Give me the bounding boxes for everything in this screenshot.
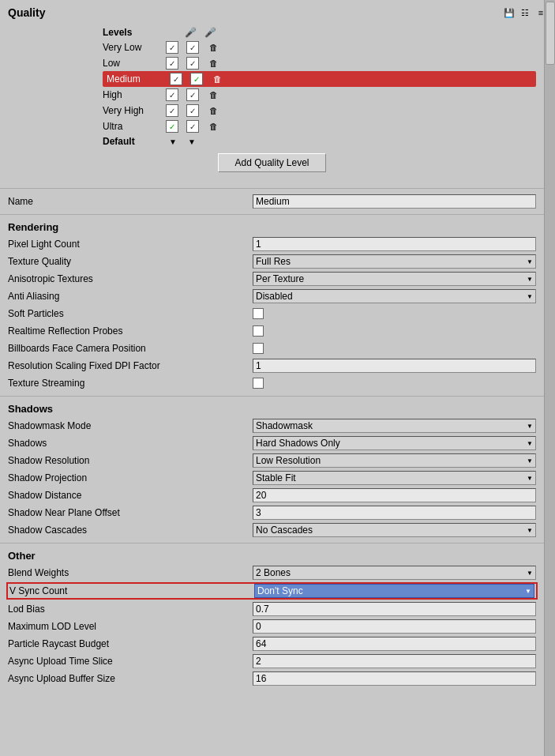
input-resolution-scaling[interactable] bbox=[253, 359, 536, 373]
dropdown-shadowmask[interactable]: Shadowmask ▼ bbox=[253, 419, 536, 433]
check1-very-low[interactable]: ✓ bbox=[166, 41, 178, 54]
delete-very-low[interactable]: 🗑 bbox=[207, 41, 219, 54]
check2-very-low[interactable]: ✓ bbox=[186, 41, 199, 54]
other-header: Other bbox=[8, 550, 536, 562]
level-checks-high: ✓ ✓ 🗑 bbox=[166, 88, 219, 101]
divider-other bbox=[0, 543, 544, 543]
label-anti-aliasing: Anti Aliasing bbox=[8, 291, 253, 302]
level-name-medium: Medium bbox=[107, 73, 170, 85]
dropdown-shadow-projection[interactable]: Stable Fit ▼ bbox=[253, 471, 536, 485]
label-resolution-scaling: Resolution Scaling Fixed DPI Factor bbox=[8, 360, 253, 371]
col1-icon: 🎤 bbox=[185, 27, 197, 38]
label-blend-weights: Blend Weights bbox=[8, 567, 253, 578]
label-shadow-resolution: Shadow Resolution bbox=[8, 455, 253, 466]
input-async-upload-buffer[interactable] bbox=[253, 671, 536, 686]
input-shadow-near-plane[interactable] bbox=[253, 506, 536, 520]
row-vsync-count: V Sync Count Don't Sync ▼ bbox=[6, 582, 538, 600]
label-billboards: Billboards Face Camera Position bbox=[8, 343, 253, 354]
input-pixel-light-count[interactable] bbox=[253, 237, 536, 251]
level-checks-medium: ✓ ✓ 🗑 bbox=[170, 73, 223, 85]
col2-icon: 🎤 bbox=[204, 27, 216, 38]
chevron-down-icon-3: ▼ bbox=[527, 293, 533, 300]
label-async-upload-buffer: Async Upload Buffer Size bbox=[8, 673, 253, 684]
check1-very-high[interactable]: ✓ bbox=[166, 104, 178, 117]
dropdown-blend-weights[interactable]: 2 Bones ▼ bbox=[253, 566, 536, 580]
dropdown-vsync-value: Don't Sync bbox=[257, 585, 303, 596]
dropdown-shadow-cascades[interactable]: No Cascades ▼ bbox=[253, 523, 536, 537]
row-pixel-light-count: Pixel Light Count bbox=[8, 236, 536, 252]
check2-high[interactable]: ✓ bbox=[186, 88, 199, 101]
dropdown-texture-quality[interactable]: Full Res ▼ bbox=[253, 254, 536, 269]
check1-high[interactable]: ✓ bbox=[166, 88, 178, 101]
chevron-down-shadow-proj: ▼ bbox=[527, 475, 533, 482]
row-anisotropic-textures: Anisotropic Textures Per Texture ▼ bbox=[8, 271, 536, 287]
chevron-down-vsync: ▼ bbox=[525, 588, 531, 595]
level-checks-ultra: ✓ ✓ 🗑 bbox=[166, 120, 219, 133]
scrollbar-thumb[interactable] bbox=[546, 2, 555, 65]
checkbox-realtime-reflection[interactable] bbox=[253, 325, 264, 337]
row-texture-quality: Texture Quality Full Res ▼ bbox=[8, 254, 536, 269]
layout-icon[interactable]: ☷ bbox=[519, 6, 531, 19]
label-shadow-cascades: Shadow Cascades bbox=[8, 525, 253, 536]
default-arrows: ▼ ▼ bbox=[169, 137, 196, 146]
label-async-upload-time: Async Upload Time Slice bbox=[8, 656, 253, 667]
dropdown-shadows[interactable]: Hard Shadows Only ▼ bbox=[253, 436, 536, 450]
input-max-lod-level[interactable] bbox=[253, 619, 536, 634]
level-checks-very-low: ✓ ✓ 🗑 bbox=[166, 41, 219, 54]
shadows-section: Shadows Shadowmask Mode Shadowmask ▼ Sha… bbox=[0, 403, 544, 538]
add-quality-button[interactable]: Add Quality Level bbox=[218, 153, 325, 172]
row-shadows: Shadows Hard Shadows Only ▼ bbox=[8, 435, 536, 451]
delete-medium[interactable]: 🗑 bbox=[211, 73, 223, 85]
check1-medium[interactable]: ✓ bbox=[170, 73, 182, 85]
chevron-down-shadow-res: ▼ bbox=[527, 457, 533, 465]
label-shadow-near-plane: Shadow Near Plane Offset bbox=[8, 507, 253, 518]
check2-ultra[interactable]: ✓ bbox=[186, 120, 199, 133]
input-async-upload-time[interactable] bbox=[253, 654, 536, 668]
input-particle-raycast[interactable] bbox=[253, 637, 536, 651]
row-shadow-near-plane: Shadow Near Plane Offset bbox=[8, 505, 536, 521]
delete-low[interactable]: 🗑 bbox=[207, 57, 219, 70]
label-shadow-distance: Shadow Distance bbox=[8, 490, 253, 501]
check1-low[interactable]: ✓ bbox=[166, 57, 178, 70]
chevron-down-icon-2: ▼ bbox=[527, 276, 533, 283]
dropdown-anisotropic[interactable]: Per Texture ▼ bbox=[253, 272, 536, 286]
checkbox-billboards[interactable] bbox=[253, 343, 264, 354]
row-billboards: Billboards Face Camera Position bbox=[8, 340, 536, 356]
dropdown-shadow-projection-value: Stable Fit bbox=[256, 472, 296, 483]
levels-section: Levels 🎤 🎤 Very Low ✓ ✓ 🗑 bbox=[0, 24, 544, 183]
dropdown-shadow-cascades-value: No Cascades bbox=[256, 525, 313, 536]
scrollbar[interactable] bbox=[544, 0, 555, 756]
check1-ultra[interactable]: ✓ bbox=[166, 120, 178, 133]
row-async-upload-time: Async Upload Time Slice bbox=[8, 653, 536, 669]
delete-ultra[interactable]: 🗑 bbox=[207, 120, 219, 133]
dropdown-anti-aliasing-value: Disabled bbox=[256, 291, 293, 302]
checkbox-soft-particles[interactable] bbox=[253, 308, 264, 319]
check2-low[interactable]: ✓ bbox=[186, 57, 199, 70]
levels-column-icons: 🎤 🎤 bbox=[185, 27, 216, 38]
delete-very-high[interactable]: 🗑 bbox=[207, 104, 219, 117]
label-max-lod-level: Maximum LOD Level bbox=[8, 621, 253, 632]
checkbox-texture-streaming[interactable] bbox=[253, 378, 264, 389]
default-arrow1[interactable]: ▼ bbox=[169, 137, 177, 146]
default-arrow2[interactable]: ▼ bbox=[188, 137, 196, 146]
row-lod-bias: Lod Bias bbox=[8, 601, 536, 617]
label-anisotropic-textures: Anisotropic Textures bbox=[8, 273, 253, 284]
dropdown-shadows-value: Hard Shadows Only bbox=[256, 438, 340, 449]
name-input[interactable] bbox=[253, 194, 536, 209]
chevron-down-icon: ▼ bbox=[527, 258, 533, 265]
dropdown-anisotropic-value: Per Texture bbox=[256, 273, 304, 284]
level-name-very-low: Very Low bbox=[103, 42, 166, 53]
save-icon[interactable]: 💾 bbox=[503, 6, 516, 19]
dropdown-vsync[interactable]: Don't Sync ▼ bbox=[254, 584, 534, 598]
input-shadow-distance[interactable] bbox=[253, 488, 536, 502]
delete-high[interactable]: 🗑 bbox=[207, 88, 219, 101]
dropdown-texture-quality-value: Full Res bbox=[256, 256, 291, 267]
level-name-very-high: Very High bbox=[103, 105, 166, 116]
check2-very-high[interactable]: ✓ bbox=[186, 104, 199, 117]
input-lod-bias[interactable] bbox=[253, 602, 536, 616]
chevron-down-shadow-casc: ▼ bbox=[527, 527, 533, 534]
check2-medium[interactable]: ✓ bbox=[190, 73, 203, 85]
main-content: Levels 🎤 🎤 Very Low ✓ ✓ 🗑 bbox=[0, 24, 544, 686]
dropdown-anti-aliasing[interactable]: Disabled ▼ bbox=[253, 289, 536, 303]
dropdown-shadow-resolution[interactable]: Low Resolution ▼ bbox=[253, 453, 536, 468]
